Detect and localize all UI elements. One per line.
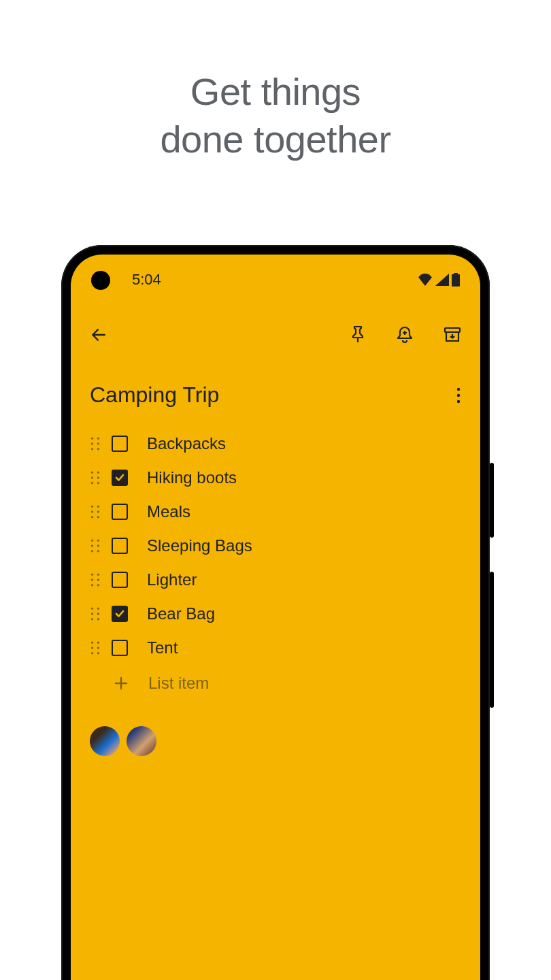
svg-point-11 bbox=[97, 472, 99, 474]
checklist-item: Tent bbox=[90, 631, 461, 665]
svg-point-33 bbox=[97, 584, 99, 586]
collaborators[interactable] bbox=[90, 726, 461, 756]
add-item-placeholder: List item bbox=[148, 674, 209, 693]
battery-icon bbox=[452, 273, 460, 287]
svg-point-42 bbox=[91, 647, 93, 649]
note-title[interactable]: Camping Trip bbox=[90, 382, 219, 408]
svg-point-27 bbox=[97, 550, 99, 552]
checkbox[interactable] bbox=[112, 572, 128, 588]
svg-point-38 bbox=[91, 618, 93, 620]
more-options-button[interactable] bbox=[456, 387, 461, 404]
add-list-item[interactable]: List item bbox=[90, 666, 461, 700]
svg-point-32 bbox=[91, 584, 93, 586]
svg-point-12 bbox=[91, 476, 93, 478]
checklist: BackpacksHiking bootsMealsSleeping BagsL… bbox=[90, 427, 461, 665]
checkbox[interactable] bbox=[112, 640, 128, 656]
checkbox[interactable] bbox=[112, 436, 128, 452]
svg-point-8 bbox=[91, 448, 93, 450]
svg-point-28 bbox=[91, 574, 93, 576]
checklist-item-label[interactable]: Lighter bbox=[147, 570, 197, 589]
svg-point-19 bbox=[97, 510, 99, 512]
svg-point-35 bbox=[97, 608, 99, 610]
status-time: 5:04 bbox=[132, 271, 161, 289]
arrow-back-icon bbox=[90, 326, 107, 344]
pin-icon bbox=[350, 325, 366, 344]
drag-handle-icon[interactable] bbox=[90, 505, 101, 519]
checklist-item-label[interactable]: Sleeping Bags bbox=[147, 536, 252, 555]
svg-point-9 bbox=[97, 448, 99, 450]
svg-point-5 bbox=[97, 438, 99, 440]
headline-line2: done together bbox=[0, 116, 551, 163]
checkbox[interactable] bbox=[112, 606, 128, 622]
drag-handle-icon[interactable] bbox=[90, 437, 101, 451]
svg-point-37 bbox=[97, 612, 99, 615]
svg-point-20 bbox=[91, 516, 93, 518]
svg-point-43 bbox=[97, 647, 99, 649]
svg-point-17 bbox=[97, 506, 99, 508]
checklist-item-label[interactable]: Tent bbox=[147, 638, 178, 657]
svg-point-16 bbox=[91, 506, 93, 508]
svg-point-23 bbox=[97, 540, 99, 542]
svg-point-44 bbox=[91, 652, 93, 654]
drag-handle-icon[interactable] bbox=[90, 471, 101, 485]
svg-point-31 bbox=[97, 578, 99, 581]
status-icons bbox=[418, 273, 460, 287]
checklist-item-label[interactable]: Meals bbox=[147, 502, 190, 521]
svg-point-40 bbox=[91, 642, 93, 644]
svg-point-14 bbox=[91, 482, 93, 484]
svg-point-2 bbox=[457, 393, 460, 396]
phone-screen: 5:04 bbox=[71, 255, 480, 980]
svg-point-29 bbox=[97, 574, 99, 576]
svg-point-30 bbox=[91, 578, 93, 581]
drag-handle-icon[interactable] bbox=[90, 607, 101, 621]
drag-handle-icon[interactable] bbox=[90, 573, 101, 587]
svg-rect-0 bbox=[445, 328, 460, 332]
checklist-item: Backpacks bbox=[90, 427, 461, 461]
svg-point-15 bbox=[97, 482, 99, 484]
checklist-item: Lighter bbox=[90, 563, 461, 597]
avatar[interactable] bbox=[127, 726, 156, 756]
phone-frame: 5:04 bbox=[61, 245, 490, 980]
svg-point-4 bbox=[91, 438, 93, 440]
plus-icon bbox=[113, 675, 129, 691]
promo-headline: Get things done together bbox=[0, 68, 551, 163]
checkbox[interactable] bbox=[112, 504, 128, 520]
svg-point-10 bbox=[91, 472, 93, 474]
checklist-item: Meals bbox=[90, 495, 461, 529]
checklist-item: Bear Bag bbox=[90, 597, 461, 631]
svg-point-26 bbox=[91, 550, 93, 552]
status-bar: 5:04 bbox=[71, 270, 480, 290]
svg-point-21 bbox=[97, 516, 99, 518]
pin-button[interactable] bbox=[350, 325, 366, 344]
svg-point-6 bbox=[91, 442, 93, 444]
headline-line1: Get things bbox=[0, 68, 551, 116]
svg-point-22 bbox=[91, 540, 93, 542]
checklist-item-label[interactable]: Hiking boots bbox=[147, 468, 237, 487]
svg-point-24 bbox=[91, 544, 93, 546]
svg-point-7 bbox=[97, 442, 99, 444]
archive-icon bbox=[444, 327, 461, 343]
svg-point-3 bbox=[457, 399, 460, 402]
svg-point-45 bbox=[97, 652, 99, 654]
checklist-item-label[interactable]: Bear Bag bbox=[147, 604, 215, 623]
checklist-item-label[interactable]: Backpacks bbox=[147, 434, 226, 453]
checklist-item: Hiking boots bbox=[90, 461, 461, 495]
checkbox[interactable] bbox=[112, 470, 128, 486]
avatar[interactable] bbox=[90, 726, 120, 756]
svg-point-13 bbox=[97, 476, 99, 478]
phone-side-button bbox=[490, 463, 494, 538]
checklist-item: Sleeping Bags bbox=[90, 529, 461, 563]
drag-handle-icon[interactable] bbox=[90, 641, 101, 655]
back-button[interactable] bbox=[90, 326, 107, 344]
checkbox[interactable] bbox=[112, 538, 128, 554]
note-content: Camping Trip BackpacksHiking bootsMealsS… bbox=[71, 382, 480, 756]
archive-button[interactable] bbox=[444, 327, 461, 343]
svg-point-36 bbox=[91, 612, 93, 615]
bell-plus-icon bbox=[396, 325, 414, 344]
drag-handle-icon[interactable] bbox=[90, 539, 101, 553]
svg-point-1 bbox=[457, 387, 460, 390]
reminder-button[interactable] bbox=[396, 325, 414, 344]
more-vert-icon bbox=[456, 387, 461, 404]
wifi-icon bbox=[418, 274, 433, 286]
app-bar bbox=[71, 314, 480, 355]
